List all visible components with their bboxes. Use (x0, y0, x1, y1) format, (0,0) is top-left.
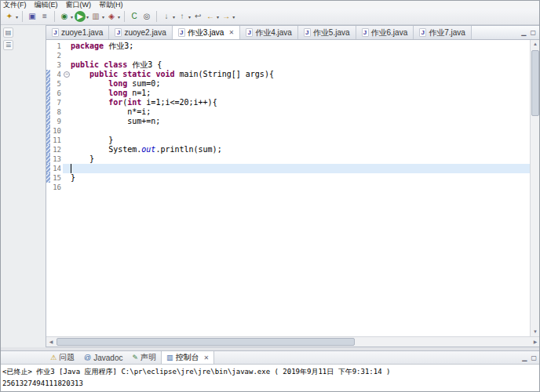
code-text: System.out.println(sum); (71, 145, 530, 154)
scroll-right-icon[interactable]: ▶ (531, 337, 540, 347)
editor-tab[interactable]: Jzuoye1.java (46, 26, 109, 39)
console-tab-problems[interactable]: ⚠问题 (46, 351, 79, 364)
dropdown-arrow-icon[interactable]: ▾ (86, 14, 89, 20)
editor-tab[interactable]: J作业5.java (298, 26, 356, 39)
menu-item[interactable]: 窗口(W) (66, 1, 92, 9)
code-line[interactable]: 10 (46, 126, 530, 136)
horizontal-scrollbar[interactable]: ◀ ▶ (46, 336, 540, 347)
editor-tab[interactable]: J作业7.java (414, 26, 472, 39)
next-annotation-button[interactable]: ↓▾ (160, 9, 176, 24)
line-number: 11 (50, 136, 63, 145)
coverage-button[interactable]: ▥▾ (89, 9, 105, 24)
code-token: System. (71, 145, 141, 154)
menu-item[interactable]: 文件(F) (3, 1, 27, 9)
new-button[interactable]: ✦▾ (3, 9, 19, 24)
code-line[interactable]: 2 (46, 51, 530, 60)
code-token: sum=0; (127, 79, 160, 88)
restore-view-button[interactable]: ▤ (3, 27, 13, 38)
line-number: 4 (50, 70, 63, 79)
code-line[interactable]: 7 for(int i=1;i<=20;i++){ (46, 98, 530, 107)
line-number: 7 (50, 98, 63, 107)
close-icon[interactable]: ✕ (204, 354, 210, 361)
dropdown-arrow-icon[interactable]: ▾ (173, 14, 175, 20)
close-icon[interactable]: ✕ (228, 29, 234, 36)
view-controls: ▁ ▢ (521, 26, 540, 39)
code-line[interactable]: 5 long sum=0; (46, 79, 530, 89)
console-tab-javadoc[interactable]: @Javadoc (79, 351, 127, 364)
code-text: sum+=n; (71, 117, 530, 126)
tab-label: 作业4.java (255, 27, 292, 38)
vertical-scrollbar[interactable]: ▲ ▼ (530, 40, 540, 336)
back-button[interactable]: ←▾ (204, 9, 220, 24)
dropdown-arrow-icon[interactable]: ▾ (232, 14, 235, 20)
view-list-button[interactable]: ☰ (3, 40, 13, 50)
save-button[interactable]: ▣ (26, 9, 38, 24)
code-line[interactable]: 15} (46, 173, 530, 183)
toolbar-separator (124, 11, 125, 22)
code-token: int (127, 98, 141, 107)
forward-button[interactable]: →▾ (220, 9, 235, 24)
code-line[interactable]: 3public class 作业3 { (46, 60, 530, 70)
code-line[interactable]: 16 (46, 183, 530, 192)
horizontal-scrollbar-thumb[interactable] (57, 338, 355, 346)
code-line[interactable]: 4− public static void main(String[] args… (46, 70, 530, 79)
code-line[interactable]: 8 n*=i; (46, 107, 530, 117)
run-button[interactable]: ▶▾ (74, 9, 89, 24)
editor-tab[interactable]: J作业3.java✕ (173, 26, 240, 39)
tab-label: zuoye1.java (61, 28, 103, 37)
console-tab-console[interactable]: ▥控制台✕ (161, 351, 214, 364)
problems-icon: ⚠ (50, 354, 57, 361)
dropdown-arrow-icon[interactable]: ▾ (188, 14, 191, 20)
code-text (71, 183, 530, 192)
code-area[interactable]: 1package 作业3;23public class 作业3 {4− publ… (46, 42, 530, 192)
code-token: long (108, 79, 127, 88)
fold-column (63, 154, 71, 164)
scroll-down-icon[interactable]: ▼ (531, 328, 540, 336)
last-edit-location-button[interactable]: ↩ (192, 9, 204, 24)
collapse-icon[interactable]: − (64, 71, 70, 78)
editor-tab[interactable]: J作业6.java (356, 26, 414, 39)
new-java-class-button[interactable]: C (128, 9, 140, 24)
code-line[interactable]: 12 System.out.println(sum); (46, 145, 530, 154)
debug-button[interactable]: ◉▾ (58, 9, 74, 24)
print-button[interactable]: ≡ (38, 9, 51, 24)
search-button[interactable]: ◎ (140, 9, 153, 24)
external-tools-button[interactable]: ◈▾ (105, 9, 121, 24)
menu-item[interactable]: 帮助(H) (99, 1, 123, 9)
fold-column (63, 164, 71, 173)
dropdown-arrow-icon[interactable]: ▾ (118, 14, 120, 20)
scroll-left-icon[interactable]: ◀ (46, 337, 56, 347)
console-tab-declaration[interactable]: ✎声明 (127, 351, 161, 364)
last-edit-icon: ↩ (192, 11, 203, 22)
minimize-icon[interactable]: ▁ (521, 29, 526, 36)
code-line[interactable]: 11 } (46, 136, 530, 145)
editor-tab[interactable]: Jzuoye2.java (109, 26, 172, 39)
previous-annotation-button[interactable]: ↑▾ (176, 9, 192, 24)
scroll-up-icon[interactable]: ▲ (531, 40, 540, 49)
console-output[interactable]: <已终止> 作业3 [Java 应用程序] C:\pr\eclipse\jre\… (1, 365, 540, 390)
console-view-controls: ▁ ▢ (522, 351, 540, 364)
dropdown-arrow-icon[interactable]: ▾ (217, 14, 219, 20)
dropdown-arrow-icon[interactable]: ▾ (71, 14, 73, 20)
code-line[interactable]: 14 (46, 164, 530, 173)
java-file-icon: J (178, 28, 185, 37)
code-line[interactable]: 9 sum+=n; (46, 117, 530, 126)
minimize-icon[interactable]: ▁ (522, 354, 527, 361)
maximize-icon[interactable]: ▢ (531, 354, 537, 361)
code-line[interactable]: 1package 作业3; (46, 42, 530, 51)
java-file-icon: J (419, 28, 426, 37)
maximize-icon[interactable]: ▢ (530, 29, 536, 36)
code-token: main(String[] args){ (175, 70, 274, 78)
code-line[interactable]: 6 long n=1; (46, 89, 530, 98)
code-line[interactable]: 13 } (46, 154, 530, 164)
main-toolbar: ✦▾▣≡◉▾▶▾▥▾◈▾C◎↓▾↑▾↩←▾→▾ (1, 9, 539, 25)
code-token: n=1; (127, 89, 151, 97)
line-number: 1 (50, 42, 63, 51)
vertical-scrollbar-thumb[interactable] (531, 50, 539, 116)
code-editor[interactable]: 1package 作业3;23public class 作业3 {4− publ… (46, 40, 540, 336)
menu-item[interactable]: 编辑(E) (35, 1, 58, 9)
dropdown-arrow-icon[interactable]: ▾ (102, 14, 104, 20)
editor-tab[interactable]: J作业4.java (240, 26, 298, 39)
dropdown-arrow-icon[interactable]: ▾ (16, 14, 18, 20)
code-text: } (71, 136, 530, 145)
